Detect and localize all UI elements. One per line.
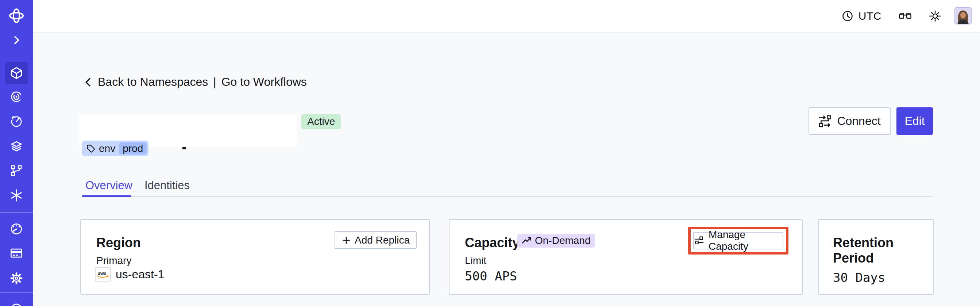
edit-button[interactable]: Edit [896, 107, 933, 135]
cube-icon[interactable] [0, 62, 33, 84]
tag-key: env [99, 143, 115, 155]
gear-icon[interactable] [0, 267, 33, 290]
primary-region-row: aws us-east-1 [95, 267, 164, 282]
region-value: us-east-1 [116, 268, 164, 281]
status-badge: Active [301, 114, 341, 129]
add-replica-label: Add Replica [355, 234, 410, 246]
namespace-tag: env prod [82, 140, 148, 156]
add-replica-button[interactable]: Add Replica [334, 231, 417, 249]
timezone-label: UTC [859, 10, 881, 22]
capacity-card: Capacity On-Demand Manage Capacity Limit… [449, 219, 803, 295]
layers-icon[interactable] [0, 135, 33, 158]
chevron-right-icon[interactable] [0, 29, 33, 51]
status-badge-label: Active [307, 116, 335, 128]
avatar[interactable] [955, 7, 972, 24]
glasses-icon[interactable] [898, 11, 912, 21]
asterisk-icon[interactable] [0, 184, 33, 207]
clock-icon [842, 10, 853, 22]
active-tab-underline [82, 195, 131, 197]
tab-overview[interactable]: Overview [85, 179, 132, 192]
credit-card-icon[interactable] [0, 242, 33, 265]
manage-capacity-button[interactable]: Manage Capacity [693, 232, 783, 249]
ondemand-badge: On-Demand [517, 234, 595, 247]
tab-identities[interactable]: Identities [145, 179, 190, 192]
sun-icon[interactable] [929, 10, 941, 22]
temporal-logo[interactable] [0, 5, 33, 27]
primary-label: Primary [96, 255, 131, 266]
annotation-highlight-box: Manage Capacity [688, 227, 789, 255]
gauge-icon[interactable] [0, 218, 33, 240]
breadcrumb: Back to Namespaces | Go to Workflows [83, 75, 307, 89]
retention-value: 30 Days [833, 270, 885, 285]
retention-card-title: Retention Period [833, 235, 933, 266]
connect-button-label: Connect [837, 114, 880, 128]
connect-icon [818, 115, 832, 128]
sidebar-divider [0, 293, 33, 293]
back-chevron-icon[interactable] [83, 76, 93, 88]
connect-button[interactable]: Connect [808, 107, 891, 135]
manage-capacity-label: Manage Capacity [708, 229, 783, 252]
region-card-title: Region [96, 235, 141, 250]
tabs-divider-line [82, 196, 933, 197]
capacity-card-title: Capacity [465, 235, 520, 250]
retention-card: Retention Period 30 Days [818, 219, 934, 295]
timer-icon[interactable] [0, 110, 33, 133]
tag-value: prod [119, 142, 147, 155]
sliders-icon [694, 236, 704, 246]
spiral-eye-icon[interactable] [0, 86, 33, 108]
breadcrumb-back-link[interactable]: Back to Namespaces [98, 75, 208, 89]
capacity-value: 500 APS [465, 269, 517, 284]
region-card: Region Add Replica Primary aws us-east-1 [80, 219, 430, 295]
edit-button-label: Edit [904, 114, 924, 128]
trending-up-icon [522, 236, 532, 246]
svg-text:aws: aws [98, 271, 107, 276]
breadcrumb-separator: | [213, 75, 216, 89]
sidebar-divider [0, 212, 33, 212]
limit-label: Limit [465, 255, 486, 266]
plus-icon [342, 236, 351, 245]
branch-icon[interactable] [0, 159, 33, 182]
ondemand-badge-label: On-Demand [535, 235, 591, 247]
aws-logo: aws [95, 267, 111, 282]
redaction-artifact-dot [183, 147, 186, 149]
partial-circle-icon[interactable] [0, 300, 33, 306]
breadcrumb-workflows-link[interactable]: Go to Workflows [221, 75, 307, 89]
top-header: UTC [33, 0, 980, 32]
timezone-selector[interactable]: UTC [842, 10, 881, 22]
sidebar [0, 0, 33, 306]
tag-icon [86, 144, 95, 153]
